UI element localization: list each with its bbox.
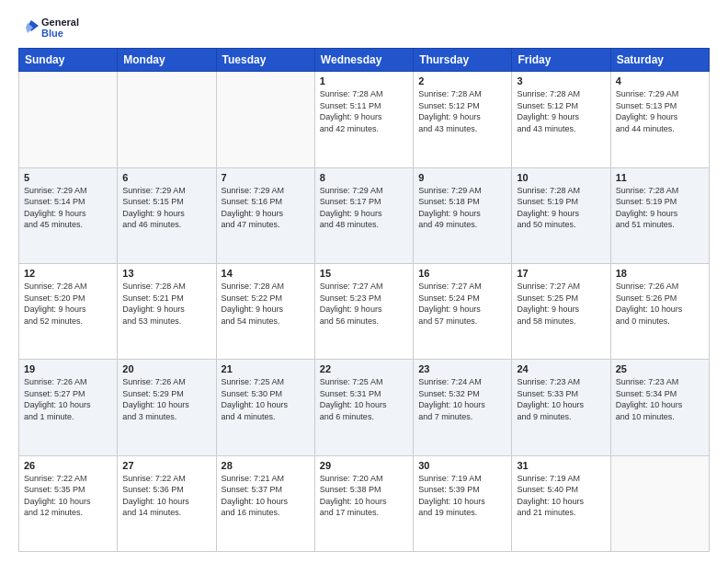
day-info: Sunrise: 7:26 AM Sunset: 5:29 PM Dayligh… bbox=[122, 376, 210, 422]
day-info: Sunrise: 7:27 AM Sunset: 5:24 PM Dayligh… bbox=[418, 281, 506, 327]
calendar-cell: 18Sunrise: 7:26 AM Sunset: 5:26 PM Dayli… bbox=[610, 263, 709, 359]
day-number: 10 bbox=[517, 172, 605, 183]
col-header-monday: Monday bbox=[118, 49, 216, 72]
day-number: 27 bbox=[122, 460, 210, 471]
calendar-cell: 1Sunrise: 7:28 AM Sunset: 5:11 PM Daylig… bbox=[314, 72, 413, 167]
day-number: 13 bbox=[122, 268, 210, 279]
logo-bird-icon bbox=[18, 18, 39, 37]
day-number: 31 bbox=[517, 460, 605, 471]
calendar-header-row: SundayMondayTuesdayWednesdayThursdayFrid… bbox=[19, 49, 710, 72]
calendar-cell: 28Sunrise: 7:21 AM Sunset: 5:37 PM Dayli… bbox=[216, 455, 314, 551]
page: General Blue SundayMondayTuesdayWednesda… bbox=[0, 0, 728, 563]
day-info: Sunrise: 7:28 AM Sunset: 5:22 PM Dayligh… bbox=[222, 281, 310, 327]
day-number: 19 bbox=[24, 363, 112, 374]
day-number: 23 bbox=[418, 363, 506, 374]
day-info: Sunrise: 7:28 AM Sunset: 5:12 PM Dayligh… bbox=[517, 88, 605, 134]
day-number: 7 bbox=[222, 172, 310, 183]
day-info: Sunrise: 7:29 AM Sunset: 5:14 PM Dayligh… bbox=[24, 185, 112, 231]
day-info: Sunrise: 7:27 AM Sunset: 5:25 PM Dayligh… bbox=[517, 281, 605, 327]
calendar-cell: 5Sunrise: 7:29 AM Sunset: 5:14 PM Daylig… bbox=[19, 167, 118, 263]
day-info: Sunrise: 7:25 AM Sunset: 5:31 PM Dayligh… bbox=[320, 376, 408, 422]
calendar-cell: 7Sunrise: 7:29 AM Sunset: 5:16 PM Daylig… bbox=[216, 167, 314, 263]
day-number: 2 bbox=[418, 75, 506, 86]
day-number: 5 bbox=[24, 172, 112, 183]
day-number: 3 bbox=[517, 75, 605, 86]
day-info: Sunrise: 7:22 AM Sunset: 5:36 PM Dayligh… bbox=[122, 473, 210, 519]
calendar-week-row: 12Sunrise: 7:28 AM Sunset: 5:20 PM Dayli… bbox=[19, 263, 710, 359]
calendar-cell: 9Sunrise: 7:29 AM Sunset: 5:18 PM Daylig… bbox=[414, 167, 512, 263]
calendar-cell bbox=[610, 455, 709, 551]
calendar-cell: 21Sunrise: 7:25 AM Sunset: 5:30 PM Dayli… bbox=[216, 360, 314, 455]
logo: General Blue bbox=[18, 17, 79, 39]
logo-container: General Blue bbox=[18, 17, 79, 39]
day-info: Sunrise: 7:19 AM Sunset: 5:40 PM Dayligh… bbox=[517, 473, 605, 519]
col-header-sunday: Sunday bbox=[19, 49, 118, 72]
day-info: Sunrise: 7:23 AM Sunset: 5:33 PM Dayligh… bbox=[517, 376, 605, 422]
day-number: 18 bbox=[616, 268, 704, 279]
logo-text: General Blue bbox=[41, 17, 79, 39]
calendar-cell: 16Sunrise: 7:27 AM Sunset: 5:24 PM Dayli… bbox=[414, 263, 512, 359]
day-number: 15 bbox=[320, 268, 408, 279]
calendar-cell: 24Sunrise: 7:23 AM Sunset: 5:33 PM Dayli… bbox=[512, 360, 610, 455]
calendar-cell: 29Sunrise: 7:20 AM Sunset: 5:38 PM Dayli… bbox=[314, 455, 413, 551]
calendar-cell: 12Sunrise: 7:28 AM Sunset: 5:20 PM Dayli… bbox=[19, 263, 118, 359]
calendar-cell: 22Sunrise: 7:25 AM Sunset: 5:31 PM Dayli… bbox=[314, 360, 413, 455]
calendar-cell: 30Sunrise: 7:19 AM Sunset: 5:39 PM Dayli… bbox=[414, 455, 512, 551]
calendar-cell: 4Sunrise: 7:29 AM Sunset: 5:13 PM Daylig… bbox=[610, 72, 709, 167]
day-info: Sunrise: 7:28 AM Sunset: 5:21 PM Dayligh… bbox=[122, 281, 210, 327]
logo-blue: Blue bbox=[41, 28, 79, 39]
day-info: Sunrise: 7:29 AM Sunset: 5:13 PM Dayligh… bbox=[616, 88, 704, 134]
calendar-cell bbox=[216, 72, 314, 167]
calendar-week-row: 1Sunrise: 7:28 AM Sunset: 5:11 PM Daylig… bbox=[19, 72, 710, 167]
day-number: 8 bbox=[320, 172, 408, 183]
calendar-cell: 19Sunrise: 7:26 AM Sunset: 5:27 PM Dayli… bbox=[19, 360, 118, 455]
col-header-thursday: Thursday bbox=[414, 49, 512, 72]
logo-general: General bbox=[41, 17, 79, 28]
calendar-cell: 20Sunrise: 7:26 AM Sunset: 5:29 PM Dayli… bbox=[118, 360, 216, 455]
calendar-cell: 6Sunrise: 7:29 AM Sunset: 5:15 PM Daylig… bbox=[118, 167, 216, 263]
calendar-cell: 14Sunrise: 7:28 AM Sunset: 5:22 PM Dayli… bbox=[216, 263, 314, 359]
calendar-cell: 13Sunrise: 7:28 AM Sunset: 5:21 PM Dayli… bbox=[118, 263, 216, 359]
day-number: 14 bbox=[222, 268, 310, 279]
calendar-cell: 2Sunrise: 7:28 AM Sunset: 5:12 PM Daylig… bbox=[414, 72, 512, 167]
day-number: 11 bbox=[616, 172, 704, 183]
day-number: 12 bbox=[24, 268, 112, 279]
day-number: 22 bbox=[320, 363, 408, 374]
calendar-cell: 27Sunrise: 7:22 AM Sunset: 5:36 PM Dayli… bbox=[118, 455, 216, 551]
col-header-tuesday: Tuesday bbox=[216, 49, 314, 72]
day-info: Sunrise: 7:29 AM Sunset: 5:17 PM Dayligh… bbox=[320, 185, 408, 231]
col-header-saturday: Saturday bbox=[610, 49, 709, 72]
calendar-table: SundayMondayTuesdayWednesdayThursdayFrid… bbox=[18, 48, 710, 552]
day-number: 28 bbox=[222, 460, 310, 471]
day-info: Sunrise: 7:28 AM Sunset: 5:19 PM Dayligh… bbox=[517, 185, 605, 231]
calendar-cell: 17Sunrise: 7:27 AM Sunset: 5:25 PM Dayli… bbox=[512, 263, 610, 359]
day-info: Sunrise: 7:26 AM Sunset: 5:27 PM Dayligh… bbox=[24, 376, 112, 422]
day-info: Sunrise: 7:29 AM Sunset: 5:16 PM Dayligh… bbox=[222, 185, 310, 231]
calendar-week-row: 26Sunrise: 7:22 AM Sunset: 5:35 PM Dayli… bbox=[19, 455, 710, 551]
day-number: 29 bbox=[320, 460, 408, 471]
day-info: Sunrise: 7:28 AM Sunset: 5:11 PM Dayligh… bbox=[320, 88, 408, 134]
day-info: Sunrise: 7:28 AM Sunset: 5:20 PM Dayligh… bbox=[24, 281, 112, 327]
day-info: Sunrise: 7:29 AM Sunset: 5:15 PM Dayligh… bbox=[122, 185, 210, 231]
calendar-cell: 11Sunrise: 7:28 AM Sunset: 5:19 PM Dayli… bbox=[610, 167, 709, 263]
calendar-cell: 23Sunrise: 7:24 AM Sunset: 5:32 PM Dayli… bbox=[414, 360, 512, 455]
day-info: Sunrise: 7:26 AM Sunset: 5:26 PM Dayligh… bbox=[616, 281, 704, 327]
calendar-week-row: 19Sunrise: 7:26 AM Sunset: 5:27 PM Dayli… bbox=[19, 360, 710, 455]
calendar-cell bbox=[19, 72, 118, 167]
day-info: Sunrise: 7:24 AM Sunset: 5:32 PM Dayligh… bbox=[418, 376, 506, 422]
day-info: Sunrise: 7:28 AM Sunset: 5:12 PM Dayligh… bbox=[418, 88, 506, 134]
day-info: Sunrise: 7:20 AM Sunset: 5:38 PM Dayligh… bbox=[320, 473, 408, 519]
day-info: Sunrise: 7:22 AM Sunset: 5:35 PM Dayligh… bbox=[24, 473, 112, 519]
col-header-wednesday: Wednesday bbox=[314, 49, 413, 72]
col-header-friday: Friday bbox=[512, 49, 610, 72]
day-info: Sunrise: 7:25 AM Sunset: 5:30 PM Dayligh… bbox=[222, 376, 310, 422]
day-number: 16 bbox=[418, 268, 506, 279]
day-number: 1 bbox=[320, 75, 408, 86]
calendar-cell: 8Sunrise: 7:29 AM Sunset: 5:17 PM Daylig… bbox=[314, 167, 413, 263]
header: General Blue bbox=[18, 17, 710, 39]
day-number: 26 bbox=[24, 460, 112, 471]
day-number: 6 bbox=[122, 172, 210, 183]
day-info: Sunrise: 7:27 AM Sunset: 5:23 PM Dayligh… bbox=[320, 281, 408, 327]
calendar-week-row: 5Sunrise: 7:29 AM Sunset: 5:14 PM Daylig… bbox=[19, 167, 710, 263]
day-info: Sunrise: 7:29 AM Sunset: 5:18 PM Dayligh… bbox=[418, 185, 506, 231]
